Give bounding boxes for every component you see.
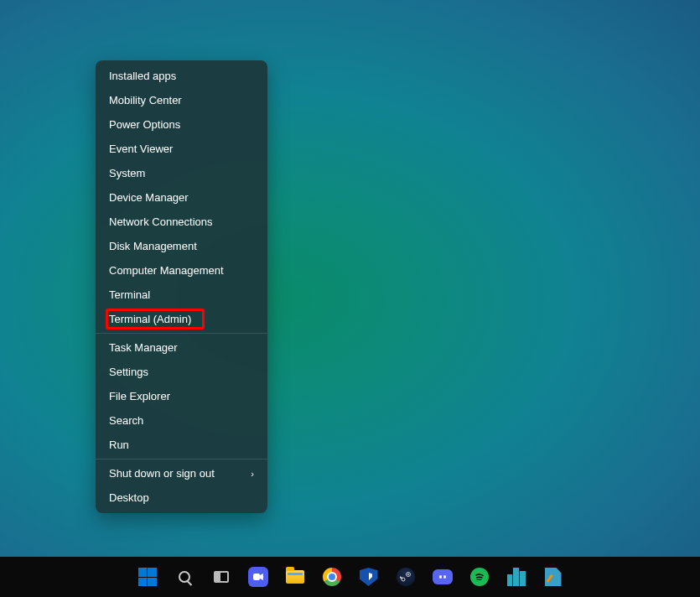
svg-point-4: [439, 575, 442, 579]
menu-terminal[interactable]: Terminal: [96, 283, 267, 307]
video-chat-icon: [248, 567, 268, 587]
menu-device-manager[interactable]: Device Manager: [96, 185, 267, 210]
steam-app[interactable]: [392, 563, 419, 590]
chevron-right-icon: ›: [251, 469, 254, 479]
svg-point-2: [407, 574, 409, 575]
search-button[interactable]: [171, 563, 198, 590]
menu-item-label: Shut down or sign out: [109, 467, 215, 480]
menu-search[interactable]: Search: [96, 408, 267, 433]
menu-item-label: Mobility Center: [109, 94, 182, 106]
menu-event-viewer[interactable]: Event Viewer: [96, 137, 267, 161]
menu-settings[interactable]: Settings: [96, 360, 267, 384]
menu-item-label: Terminal (Admin): [109, 313, 191, 325]
task-view-button[interactable]: [208, 563, 235, 590]
chrome-app[interactable]: [319, 563, 345, 590]
menu-item-label: Task Manager: [109, 341, 178, 354]
menu-item-label: Computer Management: [109, 264, 224, 277]
taskbar: [0, 557, 700, 597]
menu-computer-management[interactable]: Computer Management: [96, 258, 267, 283]
menu-item-label: Power Options: [109, 118, 180, 131]
menu-separator: [96, 459, 267, 459]
menu-desktop[interactable]: Desktop: [96, 485, 267, 510]
svg-rect-0: [253, 574, 260, 580]
menu-file-explorer[interactable]: File Explorer: [96, 384, 267, 408]
buildings-icon: [507, 568, 526, 586]
document-edit-icon: [545, 568, 562, 586]
windows-logo-icon: [138, 568, 157, 586]
menu-item-label: Installed apps: [109, 70, 176, 82]
editor-app[interactable]: [540, 563, 567, 590]
spotify-app[interactable]: [466, 563, 493, 590]
cities-app[interactable]: [503, 563, 530, 590]
menu-item-label: Event Viewer: [109, 143, 173, 155]
start-button[interactable]: [134, 563, 161, 590]
menu-item-label: Disk Management: [109, 240, 197, 252]
steam-icon: [397, 568, 415, 586]
folder-icon: [286, 570, 304, 584]
bitwarden-app[interactable]: [355, 563, 382, 590]
menu-system[interactable]: System: [96, 161, 267, 185]
chat-app[interactable]: [245, 563, 272, 590]
menu-run[interactable]: Run: [96, 433, 267, 457]
spotify-icon: [470, 568, 489, 586]
menu-mobility-center[interactable]: Mobility Center: [96, 88, 267, 112]
menu-terminal-admin[interactable]: Terminal (Admin): [96, 307, 267, 331]
file-explorer-app[interactable]: [282, 563, 309, 590]
menu-network-connections[interactable]: Network Connections: [96, 210, 267, 234]
menu-item-label: Desktop: [109, 491, 149, 504]
menu-item-label: Network Connections: [109, 215, 213, 228]
menu-separator: [96, 333, 267, 334]
menu-disk-management[interactable]: Disk Management: [96, 234, 267, 258]
menu-installed-apps[interactable]: Installed apps: [96, 64, 267, 88]
menu-item-label: Run: [109, 439, 129, 451]
task-view-icon: [214, 571, 229, 583]
winx-context-menu: Installed appsMobility CenterPower Optio…: [96, 60, 267, 513]
menu-item-label: Device Manager: [109, 191, 189, 204]
svg-point-5: [443, 575, 446, 579]
shield-icon: [360, 568, 378, 586]
discord-app[interactable]: [429, 563, 456, 590]
menu-task-manager[interactable]: Task Manager: [96, 335, 267, 360]
search-icon: [179, 571, 190, 583]
menu-item-label: Search: [109, 414, 143, 427]
discord-icon: [433, 569, 453, 584]
chrome-icon: [323, 568, 341, 586]
menu-item-label: Terminal: [109, 288, 150, 301]
menu-item-label: Settings: [109, 366, 148, 378]
menu-item-label: System: [109, 167, 145, 179]
menu-power-options[interactable]: Power Options: [96, 112, 267, 137]
menu-item-label: File Explorer: [109, 390, 170, 402]
menu-shutdown[interactable]: Shut down or sign out›: [96, 461, 267, 485]
